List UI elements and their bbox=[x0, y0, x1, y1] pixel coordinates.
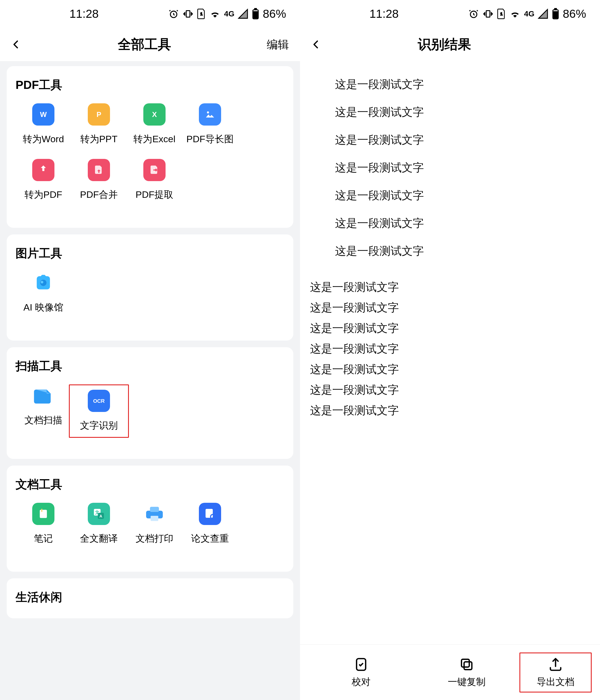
tab-export[interactable]: 导出文档 bbox=[520, 652, 592, 693]
image-icon bbox=[199, 103, 221, 126]
signal-icon bbox=[238, 8, 248, 19]
excel-icon: X bbox=[143, 103, 166, 126]
ocr-line: 这是一段测试文字 bbox=[310, 359, 590, 379]
svg-rect-22 bbox=[151, 516, 158, 521]
sim-icon: 1 bbox=[197, 8, 206, 20]
nav-bar: 识别结果 bbox=[300, 28, 600, 61]
svg-text:1: 1 bbox=[500, 12, 502, 16]
tab-proofread[interactable]: 校对 bbox=[308, 657, 414, 688]
ocr-line: 这是一段测试文字 bbox=[310, 277, 590, 297]
tool-label: 转为PDF bbox=[24, 188, 62, 201]
svg-rect-21 bbox=[150, 507, 159, 512]
back-button[interactable] bbox=[311, 37, 328, 52]
ocr-line: 这是一段测试文字 bbox=[310, 401, 590, 420]
tool-print[interactable]: 文档打印 bbox=[127, 503, 182, 545]
card-scan-tools: 扫描工具 文档扫描 OCR 文字识别 bbox=[7, 347, 293, 459]
card-doc-tools: 文档工具 笔记 文A 全文翻译 bbox=[7, 466, 293, 572]
tab-label: 导出文档 bbox=[537, 676, 574, 688]
ocr-line: 这是一段测试文字 bbox=[310, 298, 590, 317]
card-title-pdf: PDF工具 bbox=[16, 77, 284, 93]
battery-icon bbox=[252, 8, 259, 20]
translate-icon: 文A bbox=[88, 503, 110, 525]
tool-to-pdf[interactable]: 转为PDF bbox=[16, 159, 71, 201]
print-icon bbox=[142, 503, 167, 525]
tool-translate[interactable]: 文A 全文翻译 bbox=[71, 503, 127, 545]
ocr-line: 这是一段测试文字 bbox=[310, 241, 590, 260]
svg-rect-4 bbox=[255, 8, 256, 10]
tab-label: 一键复制 bbox=[448, 676, 485, 688]
network-label: 4G bbox=[524, 9, 534, 18]
scan-icon bbox=[31, 384, 56, 407]
ai-gallery-icon bbox=[31, 272, 56, 294]
wifi-icon bbox=[209, 8, 221, 20]
tool-to-word[interactable]: W 转为Word bbox=[16, 103, 71, 146]
tool-ai-gallery[interactable]: AI 映像馆 bbox=[16, 272, 71, 314]
ocr-line: 这是一段测试文字 bbox=[310, 185, 590, 205]
card-title-life: 生活休闲 bbox=[16, 590, 284, 605]
note-icon bbox=[32, 503, 54, 525]
card-title-image: 图片工具 bbox=[16, 246, 284, 261]
svg-rect-14 bbox=[40, 510, 47, 518]
tool-text-ocr[interactable]: OCR 文字识别 bbox=[69, 384, 129, 438]
tool-doc-scan[interactable]: 文档扫描 bbox=[16, 384, 71, 432]
tab-label: 校对 bbox=[352, 676, 371, 688]
alarm-icon bbox=[168, 8, 179, 20]
ocr-icon: OCR bbox=[88, 390, 110, 412]
tool-to-ppt[interactable]: P 转为PPT bbox=[71, 103, 127, 146]
tool-label: 文字识别 bbox=[80, 419, 118, 432]
vibrate-icon bbox=[482, 8, 494, 20]
tool-label: 转为Excel bbox=[133, 133, 175, 146]
page-title: 全部工具 bbox=[28, 35, 261, 53]
vibrate-icon bbox=[182, 8, 194, 20]
proofread-icon bbox=[353, 657, 369, 672]
ocr-line: 这是一段测试文字 bbox=[310, 102, 590, 122]
svg-text:X: X bbox=[152, 110, 157, 118]
status-bar: 11:28 1 4G 86% bbox=[0, 0, 300, 28]
search-doc-icon bbox=[199, 503, 221, 525]
ocr-result[interactable]: 这是一段测试文字这是一段测试文字这是一段测试文字这是一段测试文字这是一段测试文字… bbox=[300, 61, 600, 645]
tool-label: PDF导长图 bbox=[186, 133, 233, 146]
tool-scroll[interactable]: PDF工具 W 转为Word P 转为PPT X bbox=[0, 61, 300, 700]
tool-pdf-longimg[interactable]: PDF导长图 bbox=[182, 103, 238, 146]
svg-text:A: A bbox=[99, 514, 102, 518]
ocr-line: 这是一段测试文字 bbox=[310, 380, 590, 399]
tool-label: 文档扫描 bbox=[24, 414, 62, 427]
svg-text:P: P bbox=[96, 110, 101, 118]
sim-icon: 1 bbox=[497, 8, 506, 20]
svg-rect-5 bbox=[254, 12, 257, 18]
svg-text:OCR: OCR bbox=[93, 398, 105, 404]
ocr-line: 这是一段测试文字 bbox=[310, 318, 590, 338]
tool-pdf-extract[interactable]: PDF提取 bbox=[127, 159, 182, 201]
signal-icon bbox=[538, 8, 548, 19]
pdf-icon bbox=[32, 159, 54, 181]
edit-button[interactable]: 编辑 bbox=[261, 37, 289, 52]
svg-rect-30 bbox=[554, 12, 557, 18]
export-icon bbox=[548, 657, 563, 672]
card-life: 生活休闲 bbox=[7, 578, 293, 618]
battery-label: 86% bbox=[263, 7, 286, 21]
extract-icon bbox=[143, 159, 166, 181]
status-icons: 1 4G 86% bbox=[168, 7, 286, 21]
status-time: 11:28 bbox=[314, 7, 399, 21]
back-button[interactable] bbox=[11, 37, 28, 52]
tool-notes[interactable]: 笔记 bbox=[16, 503, 71, 545]
battery-label: 86% bbox=[563, 7, 586, 21]
svg-rect-32 bbox=[464, 662, 472, 670]
tab-copy[interactable]: 一键复制 bbox=[414, 657, 520, 688]
svg-text:文: 文 bbox=[95, 510, 99, 515]
card-title-doc: 文档工具 bbox=[16, 477, 284, 492]
tool-to-excel[interactable]: X 转为Excel bbox=[127, 103, 182, 146]
right-pane: 11:28 1 4G 86% bbox=[300, 0, 600, 700]
ppt-icon: P bbox=[88, 103, 110, 126]
card-image-tools: 图片工具 AI 映像馆 bbox=[7, 234, 293, 341]
tool-plagiarism[interactable]: 论文查重 bbox=[182, 503, 238, 545]
network-label: 4G bbox=[224, 9, 234, 18]
status-bar: 11:28 1 4G 86% bbox=[300, 0, 600, 28]
word-icon: W bbox=[32, 103, 54, 126]
battery-icon bbox=[552, 8, 559, 20]
svg-rect-26 bbox=[486, 10, 490, 17]
tool-pdf-merge[interactable]: PDF合并 bbox=[71, 159, 127, 201]
status-icons: 1 4G 86% bbox=[468, 7, 586, 21]
alarm-icon bbox=[468, 8, 479, 20]
tool-label: AI 映像馆 bbox=[23, 301, 63, 314]
